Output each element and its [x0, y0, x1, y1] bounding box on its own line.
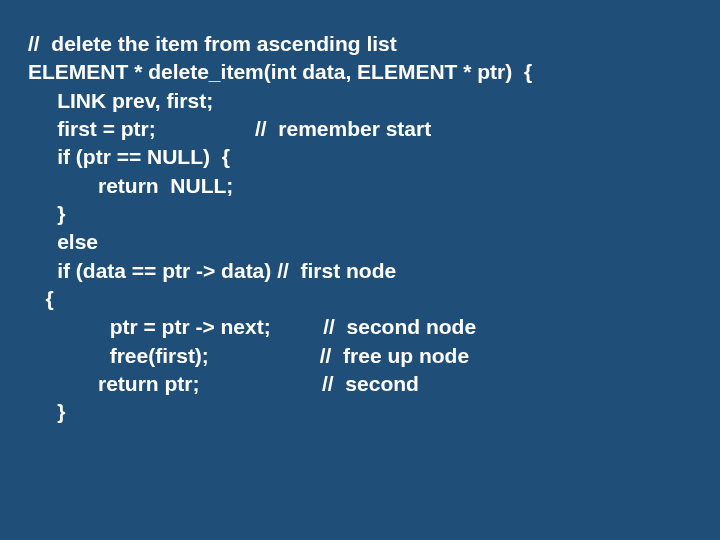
- code-line: return NULL;: [28, 174, 233, 197]
- code-line: free(first); // free up node: [28, 344, 469, 367]
- code-line: ptr = ptr -> next; // second node: [28, 315, 476, 338]
- code-line: LINK prev, first;: [28, 89, 213, 112]
- code-line: if (ptr == NULL) {: [28, 145, 230, 168]
- code-line: else: [28, 230, 98, 253]
- code-line: }: [28, 400, 65, 423]
- code-line: ELEMENT * delete_item(int data, ELEMENT …: [28, 60, 532, 83]
- code-line: if (data == ptr -> data) // first node: [28, 259, 396, 282]
- code-line: // delete the item from ascending list: [28, 32, 397, 55]
- code-line: first = ptr; // remember start: [28, 117, 431, 140]
- code-slide: // delete the item from ascending list E…: [0, 0, 720, 540]
- code-line: }: [28, 202, 65, 225]
- code-line: return ptr; // second: [28, 372, 419, 395]
- code-line: {: [28, 287, 54, 310]
